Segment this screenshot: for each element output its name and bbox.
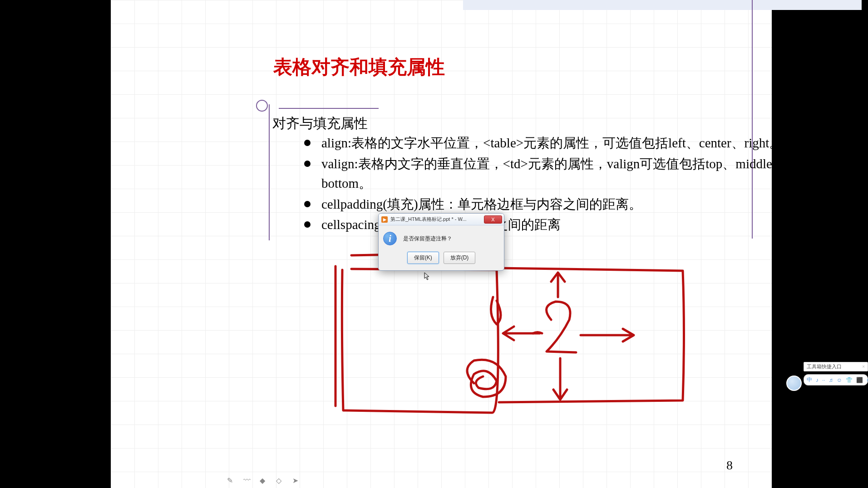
bullet-text: align:表格的文字水平位置，<table>元素的属性，可选值包括left、c… bbox=[321, 133, 804, 153]
ime-skin-icon[interactable]: 👕 bbox=[846, 377, 853, 383]
wave-icon[interactable]: 〰 bbox=[243, 476, 252, 484]
mouse-cursor-icon bbox=[424, 272, 430, 282]
discard-button[interactable]: 放弃(D) bbox=[444, 252, 476, 264]
dialog-title: 第二课_HTML表格标记.ppt * - W... bbox=[390, 216, 484, 223]
app-icon: ▶ bbox=[381, 216, 388, 223]
eraser-icon[interactable]: ◇ bbox=[276, 476, 284, 484]
ime-close-icon[interactable]: × bbox=[862, 364, 865, 369]
page-number: 8 bbox=[726, 458, 733, 473]
ime-lang-icon[interactable]: 中 bbox=[807, 376, 812, 384]
dialog-titlebar[interactable]: ▶ 第二课_HTML表格标记.ppt * - W... X bbox=[379, 214, 504, 225]
dialog-message: 是否保留墨迹注释？ bbox=[403, 235, 452, 243]
section-label: 对齐与填充属性 bbox=[272, 114, 368, 133]
ime-icon-bar[interactable]: 中 ♪ ·· ♬ ☺ 👕 ⬛ ⊘ bbox=[804, 374, 868, 386]
bullet-text: cellpadding(填充)属性：单元格边框与内容之间的距离。 bbox=[321, 195, 804, 215]
presenter-toolbar: ✎ 〰 ◆ ◇ ➤ bbox=[227, 476, 301, 484]
bullet-icon bbox=[304, 221, 311, 228]
dialog-body: i 是否保留墨迹注释？ bbox=[379, 225, 504, 249]
list-item: valign:表格内文字的垂直位置，<td>元素的属性，valign可选值包括t… bbox=[304, 154, 804, 194]
ime-punct-icon[interactable]: ·· bbox=[822, 377, 825, 383]
slide-top-accent bbox=[463, 0, 862, 10]
confirm-dialog: ▶ 第二课_HTML表格标记.ppt * - W... X i 是否保留墨迹注释… bbox=[378, 213, 504, 271]
decor-circle bbox=[256, 100, 268, 112]
keep-button[interactable]: 保留(K) bbox=[407, 252, 439, 264]
list-item: align:表格的文字水平位置，<table>元素的属性，可选值包括left、c… bbox=[304, 133, 804, 153]
ime-avatar-icon[interactable] bbox=[786, 376, 802, 391]
arrow-icon[interactable]: ➤ bbox=[292, 476, 301, 484]
highlighter-icon[interactable]: ◆ bbox=[260, 476, 268, 484]
ime-keyboard-icon[interactable]: ⬛ bbox=[856, 377, 863, 383]
slide-title: 表格对齐和填充属性 bbox=[273, 54, 445, 80]
info-icon: i bbox=[383, 232, 397, 245]
ime-music-icon[interactable]: ♪ bbox=[816, 377, 819, 383]
list-item: cellpadding(填充)属性：单元格边框与内容之间的距离。 bbox=[304, 195, 804, 215]
bullet-icon bbox=[304, 201, 311, 207]
decor-line-horizontal bbox=[279, 108, 379, 109]
ime-label[interactable]: 工具箱快捷入口 × bbox=[804, 362, 868, 371]
dialog-button-row: 保留(K) 放弃(D) bbox=[379, 249, 504, 270]
close-icon: X bbox=[491, 217, 494, 222]
ime-toolbar: 工具箱快捷入口 × 中 ♪ ·· ♬ ☺ 👕 ⬛ ⊘ bbox=[804, 362, 868, 386]
pen-icon[interactable]: ✎ bbox=[227, 476, 235, 484]
ime-note-icon[interactable]: ♬ bbox=[829, 377, 833, 383]
bullet-text: valign:表格内文字的垂直位置，<td>元素的属性，valign可选值包括t… bbox=[321, 154, 804, 194]
bullet-icon bbox=[304, 161, 311, 167]
ime-label-text: 工具箱快捷入口 bbox=[807, 363, 842, 370]
decor-line-vertical bbox=[269, 104, 270, 240]
bullet-icon bbox=[304, 140, 311, 146]
close-button[interactable]: X bbox=[484, 215, 502, 224]
ime-emoji-icon[interactable]: ☺ bbox=[837, 377, 842, 383]
ink-annotation bbox=[333, 252, 705, 424]
